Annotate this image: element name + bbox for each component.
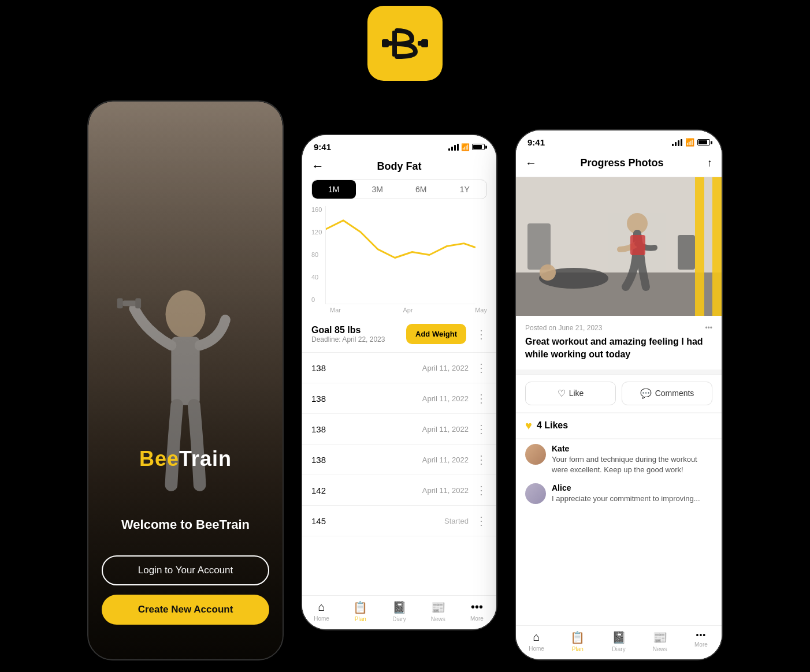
brand-logo: BeeTrain xyxy=(139,447,232,471)
nav-news-label-3: News xyxy=(653,646,667,652)
home-icon-3: ⌂ xyxy=(533,630,540,644)
chart-container: 160 120 80 40 0 Mar Apr May xyxy=(311,206,487,313)
chart-y-160: 160 xyxy=(311,206,322,213)
nav-diary-label: Diary xyxy=(392,616,406,622)
svg-rect-15 xyxy=(678,235,695,270)
plan-icon-3: 📋 xyxy=(570,630,585,644)
svg-rect-1 xyxy=(388,41,392,46)
chart-x-apr: Apr xyxy=(403,307,413,313)
nav-news[interactable]: 📰 News xyxy=(419,600,458,622)
comments-section: Kate Your form and technique during the … xyxy=(516,439,722,625)
svg-rect-4 xyxy=(421,39,428,47)
svg-point-18 xyxy=(540,264,556,281)
post-content: Posted on June 21, 2023 ••• Great workou… xyxy=(516,316,722,369)
comment-alice: Alice I appreciate your commitment to im… xyxy=(525,483,712,504)
weight-row: 138 April 11, 2022 ⋮ xyxy=(302,445,496,475)
gym-photo xyxy=(516,177,722,316)
back-button-3[interactable]: ← xyxy=(525,156,537,170)
diary-icon-3: 📓 xyxy=(612,630,626,644)
svg-rect-13 xyxy=(695,177,704,316)
row-more-0[interactable]: ⋮ xyxy=(475,361,487,375)
comment-text-kate: Your form and technique during the worko… xyxy=(552,454,712,475)
weight-row: 138 April 11, 2022 ⋮ xyxy=(302,414,496,445)
add-weight-button[interactable]: Add Weight xyxy=(406,324,466,344)
plan-icon: 📋 xyxy=(353,600,367,614)
login-button[interactable]: Login to Your Account xyxy=(102,555,269,585)
avatar-kate xyxy=(525,444,546,465)
row-more-5[interactable]: ⋮ xyxy=(475,514,487,528)
post-text: Great workout and amazing feeling I had … xyxy=(525,335,712,361)
share-button[interactable]: ↑ xyxy=(707,157,712,169)
row-more-3[interactable]: ⋮ xyxy=(475,453,487,466)
more-icon: ••• xyxy=(471,600,483,614)
chart-y-0: 0 xyxy=(311,296,322,303)
time-tabs: 1M 3M 6M 1Y xyxy=(311,180,487,199)
nav-more-3[interactable]: ••• More xyxy=(681,630,722,652)
status-time-3: 9:41 xyxy=(527,137,545,147)
comment-text-alice: I appreciate your commitment to improvin… xyxy=(552,494,700,504)
battery-icon-3 xyxy=(697,139,710,145)
chart-x-may: May xyxy=(475,307,487,313)
likes-count: 4 Likes xyxy=(537,420,568,431)
signal-icon-3 xyxy=(672,139,682,146)
nav-plan[interactable]: 📋 Plan xyxy=(341,600,380,622)
status-bar-3: 9:41 📶 xyxy=(516,130,722,152)
like-button[interactable]: ♡ Like xyxy=(525,382,616,405)
status-bar: 9:41 📶 xyxy=(302,135,496,156)
gym-photo-svg xyxy=(516,177,722,316)
avatar-alice xyxy=(525,483,546,504)
wifi-icon-3: 📶 xyxy=(685,138,694,147)
tab-3m[interactable]: 3M xyxy=(356,180,400,199)
weight-row: 145 Started ⋮ xyxy=(302,506,496,536)
nav-news-3[interactable]: 📰 News xyxy=(640,630,681,652)
action-buttons: ♡ Like 💬 Comments xyxy=(516,374,722,412)
news-icon: 📰 xyxy=(431,600,445,614)
battery-icon xyxy=(472,144,485,150)
nav-diary[interactable]: 📓 Diary xyxy=(380,600,418,622)
chart-y-80: 80 xyxy=(311,251,322,258)
goal-more-button[interactable]: ⋮ xyxy=(475,327,487,341)
bottom-nav: ⌂ Home 📋 Plan 📓 Diary 📰 News ••• Mo xyxy=(302,595,496,629)
row-more-4[interactable]: ⋮ xyxy=(475,483,487,497)
weight-row: 138 April 11, 2022 ⋮ xyxy=(302,383,496,414)
status-time: 9:41 xyxy=(314,142,331,152)
goal-title: Goal 85 lbs xyxy=(311,325,399,335)
tab-1m[interactable]: 1M xyxy=(312,180,356,199)
signup-button[interactable]: Create New Account xyxy=(102,595,269,625)
heart-filled-icon: ♥ xyxy=(525,419,532,432)
commenter-name-alice: Alice xyxy=(552,483,700,492)
nav-more-label-3: More xyxy=(694,641,708,648)
home-icon: ⌂ xyxy=(318,600,325,614)
nav-more[interactable]: ••• More xyxy=(458,600,496,622)
bottom-nav-3: ⌂ Home 📋 Plan 📓 Diary 📰 News ••• Mo xyxy=(516,625,722,659)
diary-icon: 📓 xyxy=(392,600,407,614)
row-more-1[interactable]: ⋮ xyxy=(475,391,487,405)
post-more-button[interactable]: ••• xyxy=(705,324,712,332)
nav-plan-3[interactable]: 📋 Plan xyxy=(557,630,598,652)
weight-row: 142 April 11, 2022 ⋮ xyxy=(302,475,496,506)
nav-home-3[interactable]: ⌂ Home xyxy=(516,630,557,652)
nav-plan-label: Plan xyxy=(355,616,366,622)
row-more-2[interactable]: ⋮ xyxy=(475,422,487,436)
weight-row: 138 April 11, 2022 ⋮ xyxy=(302,353,496,383)
more-icon-3: ••• xyxy=(696,630,707,640)
phone-1-welcome: BeeTrain Welcome to BeeTrain Login to Yo… xyxy=(87,100,284,660)
nav-home-label-3: Home xyxy=(529,645,544,652)
post-date: Posted on June 21, 2023 xyxy=(525,324,602,332)
phone-3-progress: 9:41 📶 ← Progress Photos ↑ xyxy=(515,129,723,660)
svg-rect-20 xyxy=(630,235,645,255)
phone-2-bodyfat: 9:41 📶 ← Body Fat xyxy=(301,134,497,630)
commenter-name-kate: Kate xyxy=(552,444,712,453)
goal-deadline: Deadline: April 22, 2023 xyxy=(311,335,399,344)
tab-6m[interactable]: 6M xyxy=(399,180,443,199)
status-icons-3: 📶 xyxy=(672,138,710,147)
tab-1y[interactable]: 1Y xyxy=(443,180,487,199)
nav-diary-3[interactable]: 📓 Diary xyxy=(598,630,639,652)
page-title-3: Progress Photos xyxy=(537,157,707,169)
svg-rect-14 xyxy=(712,177,722,316)
nav-home-label: Home xyxy=(314,615,329,622)
back-button[interactable]: ← xyxy=(311,159,324,174)
nav-home[interactable]: ⌂ Home xyxy=(302,600,341,622)
wifi-icon: 📶 xyxy=(461,143,470,151)
comments-button[interactable]: 💬 Comments xyxy=(622,382,712,405)
